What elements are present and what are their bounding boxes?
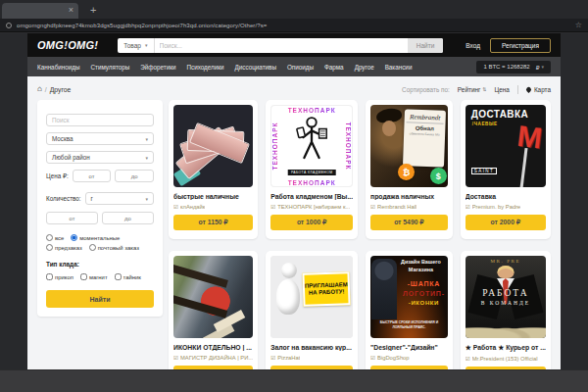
order-type-option[interactable]: моментальные <box>71 234 120 241</box>
product-title[interactable]: "Designer"-"Дизайн" <box>370 344 448 351</box>
price-label: Цена ₽: <box>46 172 69 179</box>
search-button[interactable]: Найти <box>408 38 444 53</box>
nav-item[interactable]: Каннабиноиды <box>37 64 79 71</box>
stash-type-option[interactable]: прикоп <box>46 273 74 280</box>
register-button[interactable]: Регистрация <box>490 38 551 53</box>
nav-item[interactable]: Эйфоретики <box>140 64 175 71</box>
site-info-icon[interactable] <box>6 23 12 28</box>
currency-value: ₽ <box>536 64 540 71</box>
bookmark-star-icon[interactable]: ☆ <box>575 21 582 29</box>
stash-type-checkboxes: прикопмагниттайник <box>46 273 154 280</box>
map-link[interactable]: Карта <box>526 86 551 93</box>
stash-type-option[interactable]: тайник <box>115 273 141 280</box>
price-to-input[interactable] <box>115 170 154 182</box>
district-select[interactable]: Любой район ▾ <box>46 151 154 164</box>
currency-select[interactable]: ₽ ▾ <box>536 64 544 71</box>
product-title[interactable]: продажа наличных <box>370 193 448 200</box>
nav-item[interactable]: Другое <box>355 64 374 71</box>
nav-item[interactable]: Вакансии <box>385 64 413 71</box>
sort-rating-label: Рейтинг <box>458 86 480 93</box>
product-price-button[interactable]: от 1150 ₽ <box>173 215 253 230</box>
nav-item[interactable]: Стимуляторы <box>90 64 129 71</box>
product-vendor-row[interactable]: ☑ Rembrandt Hall <box>370 204 448 210</box>
checkbox-label: магнит <box>89 274 108 280</box>
product-price: от 1150 ₽ <box>199 219 228 225</box>
product-card[interactable]: быстрые наличные ☑ клАндайк от 1150 ₽ <box>169 100 258 239</box>
cash-fan-art <box>173 105 253 187</box>
product-price-button[interactable]: от 2000 ₽ <box>466 215 546 230</box>
product-vendor-row[interactable]: ☑ BigDogShop <box>370 355 448 361</box>
product-title[interactable]: Работа кладменом [Вы... <box>270 193 353 200</box>
product-price-button[interactable]: от 5490 ₽ <box>370 215 448 230</box>
product-card[interactable]: ТЕХНОПАРК ТЕХНОПАРК ТЕХНОПАРК ТЕХНОПАРК … <box>266 100 358 239</box>
search-category-select[interactable]: Товар ▾ <box>118 38 154 53</box>
product-title[interactable]: Залог на вакансию кур... <box>270 344 353 351</box>
site-container: OMG!OMG! Товар ▾ Найти Вход Регистрация … <box>27 33 561 392</box>
product-vendor-row[interactable]: ☑ МАГИСТР ДИЗАЙНА | РИ... <box>173 355 253 361</box>
product-vendor-row[interactable]: ☑ PizzaHat <box>270 355 353 361</box>
sort-rating[interactable]: Рейтинг ⇅ <box>458 86 487 93</box>
new-tab-button[interactable]: + <box>90 3 96 17</box>
design-title-line2: Магазина <box>396 267 446 272</box>
quantity-to-input[interactable] <box>102 212 154 224</box>
tab-close-icon[interactable]: × <box>69 4 74 17</box>
order-type-option[interactable]: предзаказ <box>46 244 82 251</box>
product-image[interactable]: Дизайн Вашего Магазина -ШАПКА ЛОГОТИП- -… <box>370 256 448 338</box>
product-title[interactable]: ★ Работа ★ Курьер от ... <box>466 344 546 352</box>
product-vendor-row[interactable]: ☑ Mr.President (153) Official <box>466 356 546 362</box>
technopark-word: ТЕХНОПАРК <box>345 122 352 170</box>
filter-search-input[interactable] <box>46 114 154 126</box>
product-grid: быстрые наличные ☑ клАндайк от 1150 ₽ ТЕ… <box>169 100 551 390</box>
stash-type-checkbox[interactable] <box>115 273 122 280</box>
money-bags-shape <box>466 321 546 338</box>
divider <box>517 85 518 94</box>
product-title[interactable]: Доставка <box>466 193 546 200</box>
product-image[interactable] <box>173 105 253 187</box>
product-image[interactable]: MR. PRE РАБОТА В КОМАНДЕ <box>466 256 546 338</box>
order-type-option[interactable]: все <box>46 234 64 241</box>
search-input[interactable] <box>155 38 408 53</box>
product-card[interactable]: ДОСТАВКА /ЧАЕВЫЕ М SAINT Доставка ☑ Prem… <box>461 100 551 239</box>
product-vendor-row[interactable]: ☑ Premium. by Padre <box>466 204 546 210</box>
apply-filters-button[interactable]: Найти <box>46 290 154 308</box>
site-logo[interactable]: OMG!OMG! <box>37 39 98 51</box>
product-image[interactable]: ДОСТАВКА /ЧАЕВЫЕ М SAINT <box>466 105 546 187</box>
order-type-radio[interactable] <box>46 234 53 241</box>
stash-type-checkbox[interactable] <box>80 273 87 280</box>
home-icon[interactable]: ⌂ <box>37 85 42 93</box>
product-vendor-row[interactable]: ☑ клАндайк <box>173 204 253 210</box>
order-type-radio[interactable] <box>71 234 77 241</box>
stash-type-option[interactable]: магнит <box>80 273 108 280</box>
browser-tab[interactable]: × <box>2 3 78 19</box>
order-type-radio[interactable] <box>89 244 96 251</box>
nav-item[interactable]: Опиоиды <box>287 64 314 71</box>
breadcrumb-category[interactable]: Другое <box>50 86 72 93</box>
order-type-radio[interactable] <box>46 244 53 251</box>
unit-select[interactable]: г ▾ <box>85 192 154 205</box>
product-vendor-row[interactable]: ☑ ТЕХНОПАРК [набираем к... <box>270 204 353 210</box>
product-title[interactable]: ИКОНКИ ОТДЕЛЬНО | ... <box>173 344 253 351</box>
url-bar[interactable]: omgomgnghdfpkneeg74kmob3dgs5uggjdbhpq2on… <box>0 19 588 32</box>
product-image[interactable]: Rembrandt Обнал обменник Банка Мо ₿ $ <box>370 105 448 187</box>
product-price-button[interactable]: от 1000 ₽ <box>270 215 353 230</box>
login-link[interactable]: Вход <box>466 42 480 49</box>
btc-rate-widget[interactable]: 1 BTC = 1268282 ₽ ▾ <box>476 61 551 74</box>
city-select[interactable]: Москва ▾ <box>46 132 154 145</box>
sort-price[interactable]: Цена <box>495 86 510 93</box>
price-from-input[interactable] <box>73 170 112 182</box>
product-image[interactable]: ТЕХНОПАРК ТЕХНОПАРК ТЕХНОПАРК ТЕХНОПАРК … <box>270 105 353 187</box>
nav-item[interactable]: Фарма <box>324 64 344 71</box>
product-title[interactable]: быстрые наличные <box>173 193 253 200</box>
product-vendor: BigDogShop <box>377 355 410 361</box>
nav-item[interactable]: Диссоциативы <box>235 64 276 71</box>
quantity-from-input[interactable] <box>46 212 98 224</box>
nav-item[interactable]: Психоделики <box>186 64 223 71</box>
toolbar-row: ⌂ / Другое Сортировать по: Рейтинг ⇅ Цен… <box>37 82 551 96</box>
dollar-coin-icon: $ <box>430 168 447 184</box>
product-image[interactable] <box>173 256 253 338</box>
product-image[interactable]: ПРИГЛАШАЕМ НА РАБОТУ! <box>270 256 353 338</box>
product-card[interactable]: Rembrandt Обнал обменник Банка Мо ₿ $ пр… <box>366 100 453 239</box>
url-text[interactable]: omgomgnghdfpkneeg74kmob3dgs5uggjdbhpq2on… <box>17 23 569 28</box>
stash-type-checkbox[interactable] <box>46 273 53 280</box>
order-type-option[interactable]: почтовый заказ <box>89 244 139 251</box>
